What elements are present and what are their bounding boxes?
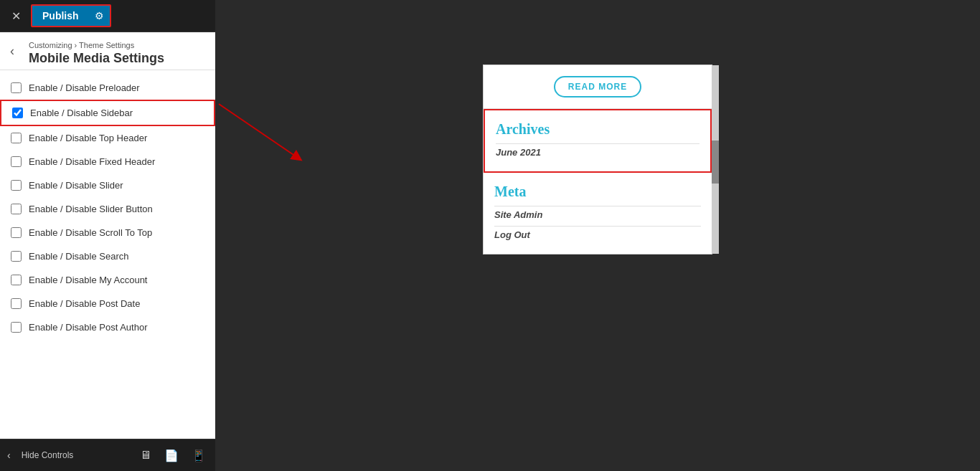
settings-item-0[interactable]: Enable / Disable Preloader — [0, 76, 215, 100]
settings-label-8: Enable / Disable My Account — [29, 275, 147, 285]
settings-label-6: Enable / Disable Scroll To Top — [29, 227, 152, 238]
meta-title: Meta — [494, 184, 701, 200]
settings-item-6[interactable]: Enable / Disable Scroll To Top — [0, 221, 215, 244]
bottom-icons: 🖥 📄 📱 — [138, 447, 208, 465]
hide-controls-button[interactable]: Hide Controls — [22, 450, 74, 460]
settings-checkbox-2[interactable] — [11, 133, 22, 143]
meta-section: Meta Site Admin Log Out — [484, 173, 712, 254]
settings-label-4: Enable / Disable Slider — [29, 180, 123, 191]
read-more-section: READ MORE — [484, 65, 712, 109]
settings-item-9[interactable]: Enable / Disable Post Date — [0, 292, 215, 315]
settings-label-1: Enable / Disable Sidebar — [30, 108, 133, 118]
left-panel: ✕ Publish ⚙ ‹ Customizing › Theme Settin… — [0, 0, 215, 471]
settings-label-9: Enable / Disable Post Date — [29, 298, 140, 309]
publish-button[interactable]: Publish — [32, 6, 89, 26]
settings-label-10: Enable / Disable Post Author — [29, 322, 148, 333]
archives-section: Archives June 2021 — [484, 109, 712, 173]
preview-scroll-thumb[interactable] — [712, 141, 719, 184]
close-button[interactable]: ✕ — [7, 6, 25, 26]
settings-label-2: Enable / Disable Top Header — [29, 133, 147, 143]
settings-list: Enable / Disable PreloaderEnable / Disab… — [0, 70, 215, 439]
settings-checkbox-8[interactable] — [11, 275, 22, 285]
main-area: READ MORE Archives June 2021 Meta Site A… — [215, 0, 980, 471]
meta-log-out: Log Out — [494, 226, 701, 243]
chevron-left-icon: ‹ — [7, 449, 11, 461]
archives-june-item: June 2021 — [496, 143, 699, 161]
settings-checkbox-5[interactable] — [11, 204, 22, 214]
settings-checkbox-3[interactable] — [11, 156, 22, 167]
desktop-icon[interactable]: 🖥 — [138, 447, 154, 465]
back-button[interactable]: ‹ — [6, 41, 19, 62]
settings-checkbox-7[interactable] — [11, 251, 22, 262]
bottom-bar: ‹ Hide Controls 🖥 📄 📱 — [0, 439, 215, 471]
settings-label-0: Enable / Disable Preloader — [29, 82, 140, 93]
settings-label-5: Enable / Disable Slider Button — [29, 204, 153, 214]
svg-line-1 — [219, 104, 298, 158]
page-title: Mobile Media Settings — [29, 51, 204, 66]
settings-checkbox-9[interactable] — [11, 298, 22, 309]
read-more-button[interactable]: READ MORE — [554, 76, 641, 97]
settings-checkbox-4[interactable] — [11, 180, 22, 191]
gear-button[interactable]: ⚙ — [89, 6, 110, 26]
meta-site-admin: Site Admin — [494, 206, 701, 223]
preview-frame: READ MORE Archives June 2021 Meta Site A… — [483, 65, 712, 254]
settings-item-1[interactable]: Enable / Disable Sidebar — [0, 100, 215, 126]
tablet-icon[interactable]: 📄 — [162, 447, 181, 465]
publish-group: Publish ⚙ — [31, 4, 111, 27]
settings-item-5[interactable]: Enable / Disable Slider Button — [0, 197, 215, 221]
breadcrumb: Customizing › Theme Settings — [29, 41, 204, 49]
top-bar: ✕ Publish ⚙ — [0, 0, 215, 32]
settings-item-8[interactable]: Enable / Disable My Account — [0, 268, 215, 292]
settings-item-4[interactable]: Enable / Disable Slider — [0, 173, 215, 197]
settings-item-2[interactable]: Enable / Disable Top Header — [0, 126, 215, 150]
settings-item-3[interactable]: Enable / Disable Fixed Header — [0, 150, 215, 173]
settings-checkbox-10[interactable] — [11, 322, 22, 333]
settings-label-3: Enable / Disable Fixed Header — [29, 156, 155, 167]
settings-checkbox-0[interactable] — [11, 82, 22, 93]
preview-scrollbar[interactable] — [712, 65, 719, 254]
settings-checkbox-6[interactable] — [11, 227, 22, 238]
settings-label-7: Enable / Disable Search — [29, 251, 128, 262]
settings-item-10[interactable]: Enable / Disable Post Author — [0, 315, 215, 339]
breadcrumb-area: ‹ Customizing › Theme Settings Mobile Me… — [0, 32, 215, 70]
settings-item-7[interactable]: Enable / Disable Search — [0, 244, 215, 268]
archives-title: Archives — [496, 121, 699, 138]
mobile-icon[interactable]: 📱 — [189, 447, 208, 465]
settings-checkbox-1[interactable] — [12, 108, 23, 118]
